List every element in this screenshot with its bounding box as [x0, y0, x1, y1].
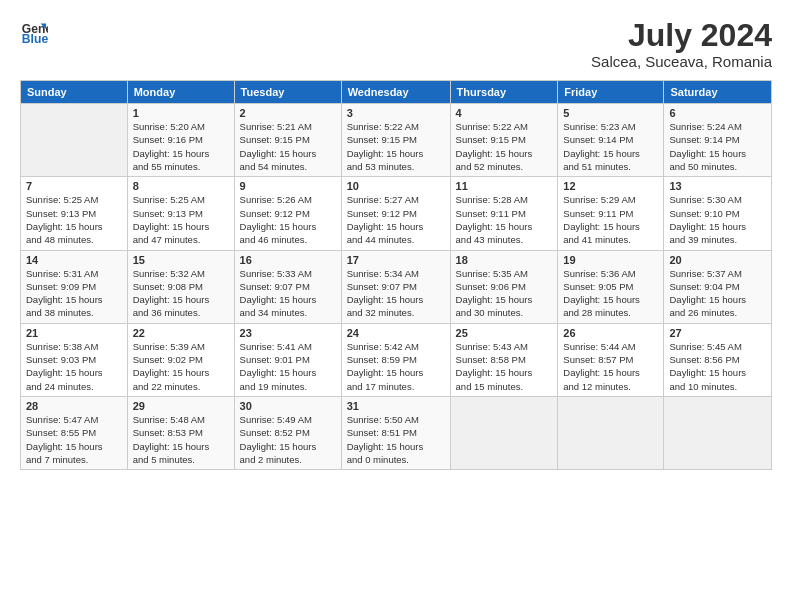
- week-row-5: 28Sunrise: 5:47 AM Sunset: 8:55 PM Dayli…: [21, 396, 772, 469]
- day-number: 3: [347, 107, 445, 119]
- day-info: Sunrise: 5:28 AM Sunset: 9:11 PM Dayligh…: [456, 193, 553, 246]
- calendar-cell: 24Sunrise: 5:42 AM Sunset: 8:59 PM Dayli…: [341, 323, 450, 396]
- day-number: 27: [669, 327, 766, 339]
- day-number: 17: [347, 254, 445, 266]
- week-row-4: 21Sunrise: 5:38 AM Sunset: 9:03 PM Dayli…: [21, 323, 772, 396]
- day-number: 7: [26, 180, 122, 192]
- day-info: Sunrise: 5:45 AM Sunset: 8:56 PM Dayligh…: [669, 340, 766, 393]
- calendar-cell: 10Sunrise: 5:27 AM Sunset: 9:12 PM Dayli…: [341, 177, 450, 250]
- calendar-cell: [558, 396, 664, 469]
- day-number: 11: [456, 180, 553, 192]
- subtitle: Salcea, Suceava, Romania: [591, 53, 772, 70]
- header-day-wednesday: Wednesday: [341, 81, 450, 104]
- day-number: 25: [456, 327, 553, 339]
- calendar-cell: 21Sunrise: 5:38 AM Sunset: 9:03 PM Dayli…: [21, 323, 128, 396]
- day-info: Sunrise: 5:23 AM Sunset: 9:14 PM Dayligh…: [563, 120, 658, 173]
- week-row-3: 14Sunrise: 5:31 AM Sunset: 9:09 PM Dayli…: [21, 250, 772, 323]
- day-number: 21: [26, 327, 122, 339]
- calendar-cell: 12Sunrise: 5:29 AM Sunset: 9:11 PM Dayli…: [558, 177, 664, 250]
- calendar-cell: 30Sunrise: 5:49 AM Sunset: 8:52 PM Dayli…: [234, 396, 341, 469]
- day-number: 6: [669, 107, 766, 119]
- calendar-cell: 4Sunrise: 5:22 AM Sunset: 9:15 PM Daylig…: [450, 104, 558, 177]
- day-info: Sunrise: 5:21 AM Sunset: 9:15 PM Dayligh…: [240, 120, 336, 173]
- day-number: 18: [456, 254, 553, 266]
- day-info: Sunrise: 5:42 AM Sunset: 8:59 PM Dayligh…: [347, 340, 445, 393]
- calendar-cell: 9Sunrise: 5:26 AM Sunset: 9:12 PM Daylig…: [234, 177, 341, 250]
- day-info: Sunrise: 5:50 AM Sunset: 8:51 PM Dayligh…: [347, 413, 445, 466]
- day-info: Sunrise: 5:22 AM Sunset: 9:15 PM Dayligh…: [456, 120, 553, 173]
- day-info: Sunrise: 5:29 AM Sunset: 9:11 PM Dayligh…: [563, 193, 658, 246]
- day-info: Sunrise: 5:25 AM Sunset: 9:13 PM Dayligh…: [133, 193, 229, 246]
- header-day-tuesday: Tuesday: [234, 81, 341, 104]
- calendar-cell: 17Sunrise: 5:34 AM Sunset: 9:07 PM Dayli…: [341, 250, 450, 323]
- day-info: Sunrise: 5:36 AM Sunset: 9:05 PM Dayligh…: [563, 267, 658, 320]
- calendar-cell: 2Sunrise: 5:21 AM Sunset: 9:15 PM Daylig…: [234, 104, 341, 177]
- calendar-cell: [664, 396, 772, 469]
- logo: General Blue: [20, 18, 48, 46]
- day-info: Sunrise: 5:39 AM Sunset: 9:02 PM Dayligh…: [133, 340, 229, 393]
- week-row-2: 7Sunrise: 5:25 AM Sunset: 9:13 PM Daylig…: [21, 177, 772, 250]
- day-info: Sunrise: 5:41 AM Sunset: 9:01 PM Dayligh…: [240, 340, 336, 393]
- day-info: Sunrise: 5:43 AM Sunset: 8:58 PM Dayligh…: [456, 340, 553, 393]
- day-info: Sunrise: 5:24 AM Sunset: 9:14 PM Dayligh…: [669, 120, 766, 173]
- day-number: 15: [133, 254, 229, 266]
- calendar-cell: 7Sunrise: 5:25 AM Sunset: 9:13 PM Daylig…: [21, 177, 128, 250]
- day-number: 28: [26, 400, 122, 412]
- day-number: 1: [133, 107, 229, 119]
- title-block: July 2024 Salcea, Suceava, Romania: [591, 18, 772, 70]
- main-title: July 2024: [591, 18, 772, 53]
- day-number: 13: [669, 180, 766, 192]
- svg-text:Blue: Blue: [22, 32, 48, 46]
- day-info: Sunrise: 5:22 AM Sunset: 9:15 PM Dayligh…: [347, 120, 445, 173]
- day-number: 22: [133, 327, 229, 339]
- calendar-cell: 28Sunrise: 5:47 AM Sunset: 8:55 PM Dayli…: [21, 396, 128, 469]
- day-number: 20: [669, 254, 766, 266]
- day-number: 8: [133, 180, 229, 192]
- calendar-cell: 29Sunrise: 5:48 AM Sunset: 8:53 PM Dayli…: [127, 396, 234, 469]
- calendar-cell: 19Sunrise: 5:36 AM Sunset: 9:05 PM Dayli…: [558, 250, 664, 323]
- calendar-cell: 16Sunrise: 5:33 AM Sunset: 9:07 PM Dayli…: [234, 250, 341, 323]
- day-info: Sunrise: 5:47 AM Sunset: 8:55 PM Dayligh…: [26, 413, 122, 466]
- day-number: 10: [347, 180, 445, 192]
- calendar-cell: 26Sunrise: 5:44 AM Sunset: 8:57 PM Dayli…: [558, 323, 664, 396]
- day-info: Sunrise: 5:25 AM Sunset: 9:13 PM Dayligh…: [26, 193, 122, 246]
- calendar-cell: 15Sunrise: 5:32 AM Sunset: 9:08 PM Dayli…: [127, 250, 234, 323]
- calendar-cell: 5Sunrise: 5:23 AM Sunset: 9:14 PM Daylig…: [558, 104, 664, 177]
- calendar-cell: 11Sunrise: 5:28 AM Sunset: 9:11 PM Dayli…: [450, 177, 558, 250]
- day-number: 23: [240, 327, 336, 339]
- day-info: Sunrise: 5:48 AM Sunset: 8:53 PM Dayligh…: [133, 413, 229, 466]
- day-number: 16: [240, 254, 336, 266]
- logo-icon: General Blue: [20, 18, 48, 46]
- day-number: 2: [240, 107, 336, 119]
- day-number: 30: [240, 400, 336, 412]
- day-info: Sunrise: 5:26 AM Sunset: 9:12 PM Dayligh…: [240, 193, 336, 246]
- day-number: 19: [563, 254, 658, 266]
- header-day-thursday: Thursday: [450, 81, 558, 104]
- calendar-cell: 14Sunrise: 5:31 AM Sunset: 9:09 PM Dayli…: [21, 250, 128, 323]
- header-day-monday: Monday: [127, 81, 234, 104]
- calendar-cell: 8Sunrise: 5:25 AM Sunset: 9:13 PM Daylig…: [127, 177, 234, 250]
- calendar-cell: 13Sunrise: 5:30 AM Sunset: 9:10 PM Dayli…: [664, 177, 772, 250]
- day-info: Sunrise: 5:20 AM Sunset: 9:16 PM Dayligh…: [133, 120, 229, 173]
- calendar-cell: 20Sunrise: 5:37 AM Sunset: 9:04 PM Dayli…: [664, 250, 772, 323]
- calendar-cell: 31Sunrise: 5:50 AM Sunset: 8:51 PM Dayli…: [341, 396, 450, 469]
- day-number: 29: [133, 400, 229, 412]
- day-number: 4: [456, 107, 553, 119]
- calendar-table: SundayMondayTuesdayWednesdayThursdayFrid…: [20, 80, 772, 470]
- day-info: Sunrise: 5:37 AM Sunset: 9:04 PM Dayligh…: [669, 267, 766, 320]
- day-number: 12: [563, 180, 658, 192]
- day-info: Sunrise: 5:38 AM Sunset: 9:03 PM Dayligh…: [26, 340, 122, 393]
- header-day-friday: Friday: [558, 81, 664, 104]
- calendar-cell: 25Sunrise: 5:43 AM Sunset: 8:58 PM Dayli…: [450, 323, 558, 396]
- day-number: 31: [347, 400, 445, 412]
- calendar-cell: 6Sunrise: 5:24 AM Sunset: 9:14 PM Daylig…: [664, 104, 772, 177]
- calendar-cell: 1Sunrise: 5:20 AM Sunset: 9:16 PM Daylig…: [127, 104, 234, 177]
- day-info: Sunrise: 5:44 AM Sunset: 8:57 PM Dayligh…: [563, 340, 658, 393]
- header-day-saturday: Saturday: [664, 81, 772, 104]
- day-number: 24: [347, 327, 445, 339]
- calendar-cell: [21, 104, 128, 177]
- calendar-cell: 27Sunrise: 5:45 AM Sunset: 8:56 PM Dayli…: [664, 323, 772, 396]
- calendar-cell: 22Sunrise: 5:39 AM Sunset: 9:02 PM Dayli…: [127, 323, 234, 396]
- calendar-cell: [450, 396, 558, 469]
- week-row-1: 1Sunrise: 5:20 AM Sunset: 9:16 PM Daylig…: [21, 104, 772, 177]
